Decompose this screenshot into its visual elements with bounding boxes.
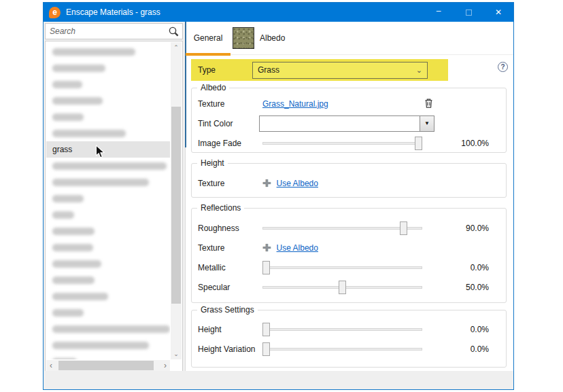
scroll-left-icon[interactable]: ‹ bbox=[46, 360, 56, 371]
slider-thumb[interactable] bbox=[339, 281, 346, 294]
minimize-icon: – bbox=[437, 6, 441, 16]
help-icon[interactable]: ? bbox=[498, 62, 508, 72]
height-slider[interactable] bbox=[262, 323, 422, 336]
redacted-material-name bbox=[52, 309, 84, 317]
list-item-blurred[interactable] bbox=[46, 288, 170, 304]
slider-thumb[interactable] bbox=[400, 221, 407, 235]
image-fade-label: Image Fade bbox=[198, 139, 259, 148]
row-texture: Texture✚Use Albedo bbox=[192, 173, 506, 193]
tint-color-combobox[interactable]: ▼ bbox=[259, 115, 434, 132]
height-variation-slider[interactable] bbox=[262, 342, 422, 356]
minimize-button[interactable]: – bbox=[424, 3, 454, 22]
list-item-blurred[interactable] bbox=[46, 207, 170, 223]
list-item-blurred[interactable] bbox=[46, 272, 170, 288]
redacted-material-name bbox=[52, 277, 95, 284]
section-legend: Height bbox=[197, 158, 228, 168]
horizontal-scrollbar[interactable]: ‹ › bbox=[46, 360, 170, 371]
list-item-blurred[interactable] bbox=[46, 158, 170, 174]
height-variation-label: Height Variation bbox=[198, 344, 259, 354]
list-item-blurred[interactable] bbox=[46, 239, 170, 255]
maximize-button[interactable] bbox=[454, 3, 483, 22]
search-input[interactable] bbox=[46, 26, 168, 36]
image-fade-value: 100.0% bbox=[422, 139, 506, 148]
type-select-value: Grass bbox=[258, 65, 279, 75]
slider-thumb[interactable] bbox=[262, 323, 270, 336]
chevron-down-icon: ⌄ bbox=[416, 66, 422, 75]
maximize-icon bbox=[466, 10, 472, 16]
redacted-material-name bbox=[52, 162, 167, 170]
list-item-blurred[interactable] bbox=[46, 43, 170, 60]
section-legend: Reflections bbox=[197, 203, 244, 213]
close-button[interactable]: ✕ bbox=[483, 3, 513, 22]
slider-track[interactable] bbox=[262, 227, 422, 230]
list-item-blurred[interactable] bbox=[46, 321, 170, 337]
redacted-material-name bbox=[52, 260, 101, 268]
row-metallic: Metallic0.0% bbox=[192, 257, 506, 277]
albedo-texture-thumbnail bbox=[233, 27, 254, 49]
redacted-material-name bbox=[52, 65, 105, 72]
list-item-blurred[interactable] bbox=[46, 304, 170, 321]
enscape-logo-icon: e bbox=[49, 7, 61, 18]
list-item-blurred[interactable] bbox=[46, 190, 170, 207]
list-item-grass[interactable]: grass bbox=[46, 141, 170, 158]
list-item-blurred[interactable] bbox=[46, 174, 170, 190]
vertical-scrollbar[interactable]: ⌃ ⌄ bbox=[171, 42, 182, 359]
slider-thumb[interactable] bbox=[262, 261, 270, 274]
redacted-material-name bbox=[52, 228, 95, 235]
redacted-material-name bbox=[52, 195, 84, 202]
scroll-right-icon[interactable]: › bbox=[160, 360, 170, 371]
type-row-highlighted: Type Grass ⌄ bbox=[191, 59, 448, 81]
list-item-blurred[interactable] bbox=[46, 76, 170, 92]
slider-thumb[interactable] bbox=[415, 137, 422, 150]
list-item-blurred[interactable] bbox=[46, 125, 170, 141]
scroll-down-icon[interactable]: ⌄ bbox=[171, 349, 182, 359]
type-label: Type bbox=[191, 65, 252, 75]
texture-file-link[interactable]: Grass_Natural.jpg bbox=[262, 99, 328, 109]
redacted-material-name bbox=[52, 48, 135, 56]
slider-track[interactable] bbox=[262, 348, 422, 351]
slider-track[interactable] bbox=[262, 142, 422, 145]
slider-track[interactable] bbox=[262, 328, 422, 331]
redacted-material-name bbox=[52, 130, 126, 137]
trash-icon[interactable] bbox=[424, 98, 434, 111]
add-texture-icon[interactable]: ✚ bbox=[262, 242, 271, 254]
list-item-label: grass bbox=[52, 145, 72, 154]
list-item-blurred[interactable] bbox=[46, 337, 170, 353]
redacted-material-name bbox=[52, 179, 149, 186]
row-height: Height0.0% bbox=[192, 319, 506, 339]
close-icon: ✕ bbox=[495, 7, 502, 17]
dropdown-arrow-icon[interactable]: ▼ bbox=[420, 116, 434, 131]
list-item-blurred[interactable] bbox=[46, 60, 170, 76]
search-icon bbox=[168, 26, 180, 37]
section-legend: Grass Settings bbox=[197, 305, 258, 315]
type-select[interactable]: Grass ⌄ bbox=[252, 62, 428, 79]
slider-thumb[interactable] bbox=[262, 342, 270, 356]
list-item-blurred[interactable] bbox=[46, 109, 170, 125]
use-albedo-link[interactable]: Use Albedo bbox=[277, 179, 318, 188]
list-item-blurred[interactable] bbox=[46, 223, 170, 239]
tint-color-label: Tint Color bbox=[198, 119, 259, 128]
tab-general[interactable]: General bbox=[186, 22, 231, 54]
height-value: 0.0% bbox=[422, 325, 506, 334]
redacted-material-name bbox=[52, 358, 77, 360]
add-texture-icon[interactable]: ✚ bbox=[262, 177, 271, 190]
roughness-slider[interactable] bbox=[262, 221, 422, 235]
vertical-scrollbar-thumb[interactable] bbox=[171, 107, 181, 304]
specular-label: Specular bbox=[198, 283, 259, 292]
use-albedo-link[interactable]: Use Albedo bbox=[277, 243, 318, 253]
specular-slider[interactable] bbox=[262, 281, 422, 294]
titlebar[interactable]: e Enscape Materials - grass – ✕ bbox=[44, 3, 513, 22]
list-item-blurred[interactable] bbox=[46, 255, 170, 272]
section-grass-settings: Grass SettingsHeight0.0%Height Variation… bbox=[191, 310, 507, 368]
scroll-up-icon[interactable]: ⌃ bbox=[171, 42, 182, 53]
section-legend: Albedo bbox=[197, 83, 229, 92]
redacted-material-name bbox=[52, 244, 93, 251]
image-fade-slider[interactable] bbox=[262, 137, 422, 150]
list-item-blurred[interactable] bbox=[46, 353, 170, 359]
horizontal-scrollbar-thumb[interactable] bbox=[58, 361, 154, 370]
tab-albedo[interactable]: Albedo bbox=[233, 22, 285, 54]
slider-track[interactable] bbox=[262, 266, 422, 269]
row-texture: TextureGrass_Natural.jpg bbox=[192, 94, 506, 113]
metallic-slider[interactable] bbox=[262, 261, 422, 274]
list-item-blurred[interactable] bbox=[46, 92, 170, 109]
